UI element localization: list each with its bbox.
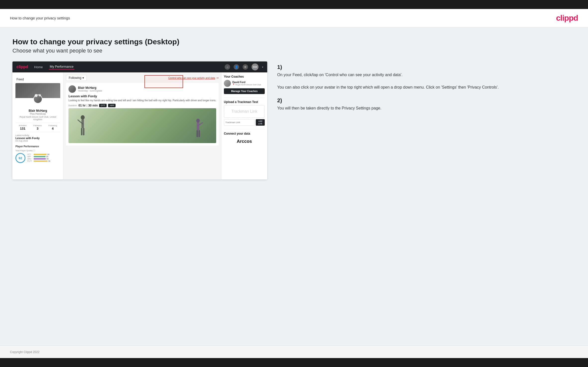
arrow-right-icon: ➞ [216,76,219,80]
site-footer: Copyright Clippd 2022 [0,345,588,358]
duration-label: Duration [68,104,77,107]
bar-putt: PUTT 96 [27,160,60,162]
tpq-content: 92 OTT 90 APP [15,153,60,163]
app-nav-home[interactable]: Home [33,65,44,69]
user-name: Blair McHarg [15,109,60,112]
following-chevron: ▾ [82,76,84,80]
clippd-logo: clippd [556,13,578,23]
app-body: Feed [12,72,267,179]
trackman-input-row: Add Link [224,119,265,126]
page-heading: How to change your privacy settings (Des… [12,38,576,46]
trackman-section: Upload a Trackman Test Trackman Link Add… [224,98,265,126]
user-stats: Activities 131 Followers 3 Following 4 [15,123,60,132]
app-nav-logo: clippd [16,65,28,69]
coach-item: David Ford 📍 Royal North Devon Golf Club [224,80,265,87]
page-subheading: Choose what you want people to see [12,48,576,54]
pin-icon: 📍 [232,84,235,86]
arccos-logo: Arccos [224,137,265,146]
feed-header: Following ▾ Control who can see your act… [66,75,219,81]
app-screenshot: clippd Home My Performance ⌕ 👤 ⊕ BM ▾ [12,61,267,179]
user-card: Blair McHarg Plus Handicap Royal North D… [12,83,63,145]
post-card: Blair McHarg Yesterday · Sunningdale Les… [66,83,219,146]
svg-rect-9 [198,130,200,137]
user-icon[interactable]: 👤 [234,64,239,70]
coach-avatar [224,80,231,87]
user-info: Blair McHarg Plus Handicap Royal North D… [15,104,60,121]
app-sidebar: Feed [12,72,64,179]
main-content: How to change your privacy settings (Des… [0,28,588,345]
post-duration: Duration 01 hr : 30 min OTT APP [68,104,216,107]
instruction-2-num: 2) [277,97,576,104]
tpq-label: Total Player Quality ⓘ [15,149,60,152]
coach-info: David Ford 📍 Royal North Devon Golf Club [232,81,261,86]
app-nav-icons: ⌕ 👤 ⊕ BM ▾ [225,63,263,70]
latest-activity: Latest Activity Lesson with Fordy 03 Aug… [15,132,60,142]
coach-club-text: Royal North Devon Golf Club [235,84,261,86]
tag-app: APP [108,104,116,107]
manage-coaches-button[interactable]: Manage Your Coaches [224,88,265,94]
footer-copyright: Copyright Clippd 2022 [10,350,40,354]
tag-ott: OTT [99,104,107,107]
feed-tab[interactable]: Feed [12,75,63,83]
tpq-bars: OTT 90 APP 85 [27,154,60,162]
post-user-info: Blair McHarg Yesterday · Sunningdale [78,86,102,92]
trackman-input[interactable] [224,119,255,126]
svg-point-5 [196,119,200,123]
user-club: Royal North Devon Golf Club, United King… [15,116,60,121]
stat-followers-value: 3 [33,127,42,130]
control-link-wrapper: Control who can see your activity and da… [168,76,219,80]
globe-icon[interactable]: ⊕ [243,64,248,70]
trackman-placeholder-box: Trackman Link [224,105,265,118]
stat-followers: Followers 3 [33,124,42,130]
post-image [68,108,216,143]
app-nav: clippd Home My Performance ⌕ 👤 ⊕ BM ▾ [12,61,267,72]
latest-date: 03 Aug 2022 [15,140,60,142]
tpq-info-icon: ⓘ [33,150,35,152]
bar-putt-fill [34,160,48,162]
search-icon[interactable]: ⌕ [225,64,230,70]
latest-name: Lesson with Fordy [15,137,60,140]
app-screenshot-wrapper: clippd Home My Performance ⌕ 👤 ⊕ BM ▾ [12,61,267,179]
svg-rect-3 [81,128,82,135]
coach-name: David Ford [232,81,261,84]
tpq-circle: 92 [15,153,25,163]
golfer-left-svg [76,114,90,139]
site-header: How to change your privacy settings clip… [0,9,588,28]
instruction-1-text: On your Feed, click/tap on 'Control who … [277,72,576,90]
following-button[interactable]: Following ▾ [66,75,87,81]
stat-following-label: Following [49,124,57,127]
user-avatar-nav[interactable]: BM [252,63,259,70]
bar-app-fill [34,156,46,157]
post-user-location: Yesterday · Sunningdale [78,90,102,92]
your-coaches-title: Your Coaches [224,75,265,78]
avatar-chevron[interactable]: ▾ [262,66,263,68]
bar-app: APP 85 [27,156,60,157]
golfer-right-svg [193,118,204,141]
instruction-1: 1) On your Feed, click/tap on 'Control w… [277,64,576,90]
add-link-button[interactable]: Add Link [256,119,265,126]
stat-activities-label: Activities [19,124,27,127]
post-user-name: Blair McHarg [78,86,102,90]
post-description: Looking to feel like my hands are exitin… [68,99,216,102]
post-title: Lesson with Fordy [68,94,216,98]
stat-activities: Activities 131 [19,124,27,130]
app-nav-performance[interactable]: My Performance [49,65,74,69]
stat-following: Following 4 [49,124,57,130]
connect-title: Connect your data [224,132,265,135]
user-handicap: Plus Handicap [15,112,60,115]
stat-following-value: 4 [49,127,57,130]
coach-club: 📍 Royal North Devon Golf Club [232,84,261,86]
instruction-2-text: You will then be taken directly to the P… [277,105,576,111]
trackman-title: Upload a Trackman Test [224,100,265,104]
top-bar [0,0,588,9]
post-header: Blair McHarg Yesterday · Sunningdale [68,85,216,93]
stat-activities-value: 131 [19,127,27,130]
control-privacy-link[interactable]: Control who can see your activity and da… [168,77,215,79]
content-layout: clippd Home My Performance ⌕ 👤 ⊕ BM ▾ [12,61,576,179]
connect-section: Connect your data Arccos [224,129,265,146]
bar-arg: ARG 86 [27,158,60,160]
player-performance: Player Performance Total Player Quality … [12,145,63,163]
pp-title: Player Performance [15,145,60,148]
post-avatar [68,85,76,93]
duration-value: 01 hr : 30 min [78,104,98,107]
